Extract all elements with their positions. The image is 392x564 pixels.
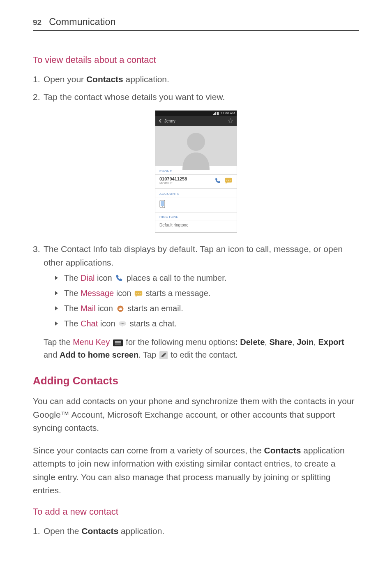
icon-bullets: The Dial icon places a call to the numbe…	[55, 272, 359, 330]
phone-row: 01079411258 MOBILE	[155, 175, 237, 189]
adding-para2: Since your contacts can come from a vari…	[33, 444, 359, 497]
bullet-message: The Message icon starts a message.	[55, 287, 359, 300]
phone-info: 01079411258 MOBILE	[159, 176, 214, 185]
svg-point-13	[136, 293, 137, 294]
svg-point-11	[162, 206, 163, 207]
svg-marker-3	[228, 119, 233, 123]
opt-join: Join	[297, 337, 314, 347]
contact-name-label: Jenny	[164, 119, 175, 123]
contact-photo-placeholder	[155, 126, 237, 166]
svg-point-19	[121, 323, 122, 324]
ringtone-value: Default ringtone	[155, 220, 237, 232]
b2-message: Message	[81, 289, 114, 298]
dial-icon	[214, 178, 221, 184]
svg-point-4	[187, 133, 205, 151]
step1-text-a: Open your	[44, 74, 86, 84]
contact-top-bar: Jenny	[155, 116, 237, 126]
t2d: and	[44, 350, 60, 359]
opt-delete: : Delete	[235, 337, 265, 347]
add-step-1: Open the Contacts application.	[33, 525, 359, 538]
step1-app-name: Contacts	[86, 74, 123, 84]
message-icon	[224, 178, 233, 184]
b3-a: The	[64, 304, 81, 313]
t1d: for the following menu options	[126, 337, 235, 347]
t1h: ,	[292, 337, 297, 347]
opt-add-home: Add to home screen	[60, 350, 138, 359]
phone-account-icon	[159, 200, 165, 208]
t1f: ,	[265, 337, 269, 347]
svg-rect-1	[217, 112, 219, 115]
chapter-title: Communication	[49, 16, 115, 28]
bullet-mail: The Mail icon starts an email.	[55, 302, 359, 315]
edit-pencil-icon	[159, 351, 168, 359]
menu-key-label: Menu Key	[73, 337, 110, 347]
bullet-chat: The Chat icon starts a chat.	[55, 317, 359, 330]
svg-rect-10	[161, 201, 164, 206]
accounts-row	[155, 197, 237, 213]
b4-c: icon	[98, 319, 118, 328]
phone-action-icons	[214, 178, 233, 184]
adding-contacts-title: Adding Contacts	[33, 374, 359, 387]
as1a: Open the	[44, 526, 81, 536]
b1-d: places a call to the number.	[127, 273, 226, 282]
contact-detail-figure: 11:00 AM Jenny PHONE 01079411258 MO	[33, 110, 359, 233]
as1c: application.	[118, 526, 164, 536]
svg-point-15	[140, 293, 141, 294]
message-icon	[134, 290, 143, 298]
step-1: Open your Contacts application.	[33, 73, 359, 86]
svg-marker-0	[212, 112, 216, 115]
status-icons	[212, 112, 219, 115]
adding-para1: You can add contacts on your phone and s…	[33, 395, 359, 435]
p2a: Since your contacts can come from a vari…	[33, 446, 264, 455]
phone-number: 01079411258	[159, 176, 214, 181]
t2g: to edit the contact.	[171, 350, 238, 359]
phone-screenshot: 11:00 AM Jenny PHONE 01079411258 MO	[155, 110, 237, 233]
svg-rect-25	[115, 344, 121, 344]
as1-contacts: Contacts	[81, 526, 118, 536]
b1-a: The	[64, 273, 81, 282]
bullet-dial: The Dial icon places a call to the numbe…	[55, 272, 359, 284]
page-number: 92	[33, 18, 42, 27]
status-bar: 11:00 AM	[155, 111, 237, 116]
chat-icon	[118, 321, 127, 329]
svg-rect-23	[115, 341, 121, 342]
b3-d: starts an email.	[127, 304, 183, 313]
battery-icon	[217, 112, 219, 115]
opt-export: Export	[318, 337, 344, 347]
t1a: Tap the	[44, 337, 73, 347]
opt-share: Share	[269, 337, 292, 347]
tap-menu-para: Tap the Menu Key for the following menu …	[44, 336, 359, 361]
b2-a: The	[64, 289, 81, 298]
b4-d: starts a chat.	[130, 319, 177, 328]
accounts-section-label: ACCOUNTS	[155, 189, 237, 197]
svg-point-7	[228, 180, 229, 180]
t1c	[110, 337, 112, 347]
svg-point-20	[122, 323, 123, 324]
mail-icon	[116, 305, 125, 313]
svg-point-8	[230, 180, 231, 180]
status-time: 11:00 AM	[221, 111, 235, 115]
step1-text-b: application.	[123, 74, 169, 84]
t2b: ,	[314, 337, 318, 347]
b4-chat: Chat	[81, 319, 98, 328]
to-add-new-contact-title: To add a new contact	[33, 506, 359, 517]
signal-icon	[212, 112, 216, 115]
view-details-steps: Open your Contacts application. Tap the …	[33, 73, 359, 104]
b4-a: The	[64, 319, 81, 328]
menu-key-icon	[113, 339, 123, 347]
b3-c: icon	[96, 304, 115, 313]
back-chevron-icon	[159, 119, 162, 123]
step3-text: The Contact Info tab displays by default…	[44, 244, 343, 267]
page: 92 Communication To view details about a…	[0, 0, 392, 564]
back-and-name: Jenny	[159, 119, 175, 123]
svg-point-6	[226, 180, 227, 180]
add-contact-steps: Open the Contacts application.	[33, 525, 359, 538]
view-details-steps-cont: The Contact Info tab displays by default…	[33, 243, 359, 361]
b2-d: starts a message.	[146, 289, 211, 298]
svg-rect-2	[217, 112, 218, 112]
dial-icon	[115, 274, 123, 282]
t2f: . Tap	[138, 350, 159, 359]
p2-contacts: Contacts	[264, 446, 301, 455]
svg-point-21	[123, 323, 124, 324]
page-header: 92 Communication	[33, 16, 359, 31]
